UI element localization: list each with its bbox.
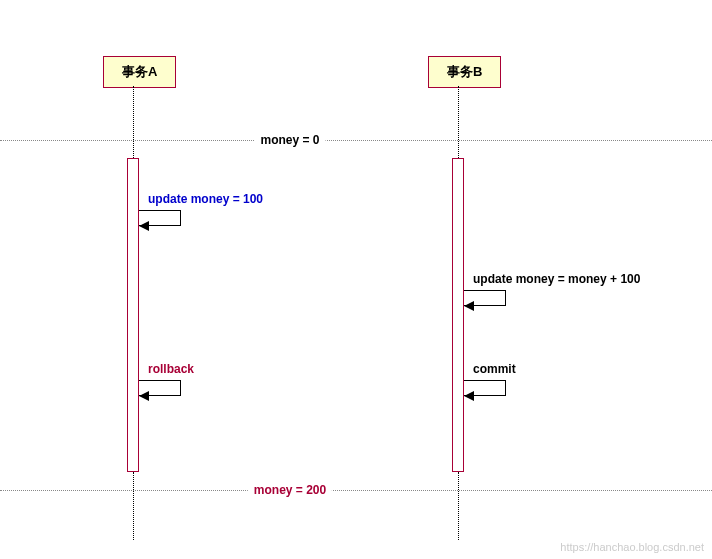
lifeline-b-bottom	[458, 472, 459, 540]
msg-b-update-arrow	[464, 301, 474, 311]
participant-b-label: 事务B	[447, 64, 482, 79]
msg-a-rollback-arrow	[139, 391, 149, 401]
activation-b	[452, 158, 464, 472]
lifeline-a-top	[133, 86, 134, 158]
msg-a-update-arrow	[139, 221, 149, 231]
watermark: https://hanchao.blog.csdn.net	[560, 541, 704, 553]
msg-b-commit-arrow	[464, 391, 474, 401]
msg-a-update-label: update money = 100	[148, 192, 263, 206]
msg-b-update-label: update money = money + 100	[473, 272, 640, 286]
divider-bottom-label: money = 200	[248, 483, 332, 497]
divider-top-line	[0, 140, 712, 141]
participant-a-label: 事务A	[122, 64, 157, 79]
activation-a	[127, 158, 139, 472]
lifeline-b-top	[458, 86, 459, 158]
participant-a-box: 事务A	[103, 56, 176, 88]
divider-bottom-line	[0, 490, 712, 491]
msg-a-rollback-label: rollback	[148, 362, 194, 376]
participant-b-box: 事务B	[428, 56, 501, 88]
divider-top-label: money = 0	[254, 133, 325, 147]
msg-b-commit-label: commit	[473, 362, 516, 376]
sequence-diagram: 事务A 事务B money = 0 money = 200 update mon…	[0, 0, 712, 559]
lifeline-a-bottom	[133, 472, 134, 540]
